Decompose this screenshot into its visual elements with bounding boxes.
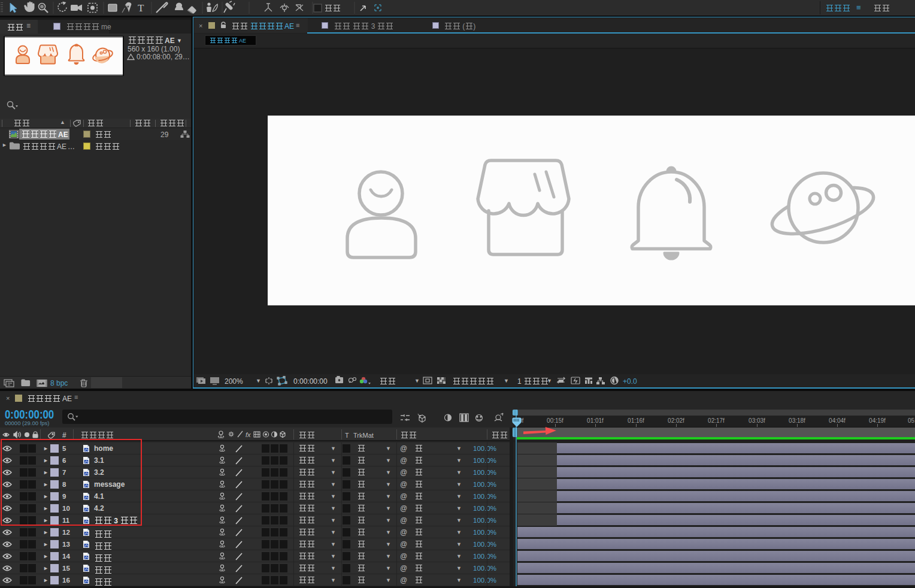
svg-text:T: T <box>138 2 144 14</box>
svg-text:fx: fx <box>246 431 251 438</box>
svg-text:#: # <box>62 431 66 440</box>
